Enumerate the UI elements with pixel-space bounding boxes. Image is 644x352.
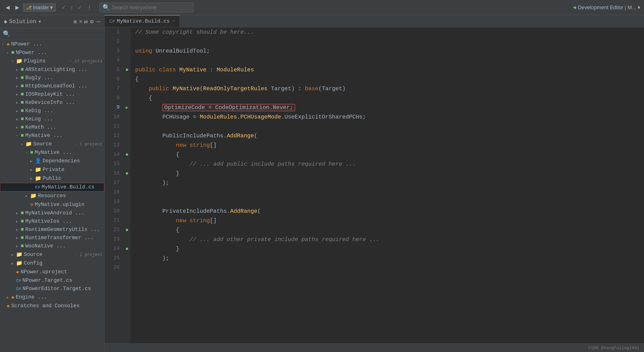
sidebar-item-kedeviceinfo[interactable]: ▶ ■ KeDeviceInfo ... (0, 98, 104, 107)
tree-arrow: ▶ (26, 194, 30, 198)
back-button[interactable]: ◀ (4, 4, 12, 12)
tab-close-button[interactable]: × (172, 19, 175, 24)
line-num-4: 4 (116, 56, 120, 65)
vcs-update-button[interactable]: ✓ (76, 4, 84, 12)
engine-icon: ◆ (11, 294, 14, 300)
gutter-5 (124, 65, 130, 74)
search-input[interactable] (112, 4, 187, 10)
tree-arrow: ▶ (16, 227, 21, 232)
branch-icon: ⎇ (26, 5, 32, 10)
vcs-check-button[interactable]: ✓ (60, 4, 68, 12)
project-icon: ■ (21, 124, 24, 130)
folder-icon: 📁 (16, 58, 22, 64)
folder-icon: 📁 (35, 166, 41, 173)
code-line-1: // Some copyright should be here... (135, 27, 639, 37)
gutter-6 (124, 74, 130, 84)
sidebar-tool-globe[interactable]: ⊕ (73, 19, 77, 24)
line-num-24: 24 (114, 244, 120, 254)
project-icon: ■ (21, 67, 24, 72)
sidebar-search-input[interactable] (12, 31, 102, 37)
sidebar-item-kemath[interactable]: ▶ ■ KeMath ... (0, 123, 104, 132)
line-num-18: 18 (114, 188, 120, 197)
code-token: AddRange (227, 133, 254, 139)
tree-arrow: ▶ (16, 219, 21, 224)
sidebar-item-source-1project[interactable]: ▾ 📁 Source · 1 project (0, 140, 104, 148)
code-token (135, 104, 162, 111)
sidebar-item-npower-solution[interactable]: ▾ ◆ NPower ... (0, 40, 104, 48)
line-num-14: 14 (114, 150, 120, 159)
line-numbers: 1 2 3 4 5 6 7 8 9 10 11 12 13 14 15 16 1… (104, 27, 124, 344)
dev-editor-button[interactable]: Development Editor | M... ▾ (578, 4, 640, 10)
tree-node-label: Engine ... (16, 294, 102, 300)
code-line-22: { (135, 225, 639, 235)
sidebar-item-npower-uproject[interactable]: ◆ NPower.uproject (0, 268, 104, 276)
code-line-12: PublicIncludePaths.AddRange( (135, 131, 639, 140)
tree-node-label: KeLog ... (25, 116, 102, 122)
tree-arrow: ▶ (16, 244, 21, 248)
code-content[interactable]: // Some copyright should be here... usin… (130, 27, 644, 344)
sidebar-item-bugly[interactable]: ▶ ■ Bugly ... (0, 74, 104, 82)
project-icon: ■ (21, 75, 24, 81)
solution-dropdown-icon[interactable]: ▾ (38, 18, 42, 25)
sidebar-item-scratches[interactable]: ◆ Scratches and Consoles (0, 302, 104, 310)
tab-mynative-build[interactable]: C# MyNative.Build.cs × (104, 15, 180, 27)
sidebar-search[interactable]: 🔍 (0, 28, 104, 40)
sidebar-item-mynativeandroid[interactable]: ▶ ■ MyNativeAndroid ... (0, 209, 104, 217)
sidebar-item-ar-static[interactable]: ▶ ■ ARStaticLighting ... (0, 66, 104, 74)
sidebar-item-public[interactable]: ▶ 📁 Public (0, 174, 104, 183)
forward-button[interactable]: ▶ (14, 4, 21, 12)
project-icon: ■ (21, 83, 24, 89)
sidebar-item-httpdownload[interactable]: ▶ ■ HttpDownLoadTool ... (0, 82, 104, 90)
sidebar-tool-minimize[interactable]: — (96, 19, 100, 24)
folder-icon: 📁 (30, 193, 36, 199)
sidebar-item-mynative-uplugin[interactable]: ⚙ MyNative.uplugin (0, 200, 104, 209)
code-token: ( (257, 208, 260, 214)
sidebar-item-resources[interactable]: ▶ 📁 Resources (0, 192, 104, 200)
cs-icon: C# (16, 286, 21, 291)
sidebar-item-mynative-build[interactable]: C# MyNative.Build.cs (0, 183, 104, 192)
branch-button[interactable]: ⎇ master ▾ (23, 3, 56, 12)
sidebar-item-plugins[interactable]: ▾ 📁 Plugins · 17 projects (0, 57, 104, 66)
tab-label: MyNative.Build.cs (117, 18, 170, 24)
tree-arrow: ▾ (16, 133, 21, 138)
sidebar-item-iosreplaykit[interactable]: ▶ ■ IOSReplayKit ... (0, 90, 104, 98)
dev-arrow-icon: ◀ (573, 4, 576, 10)
sidebar-item-runtime-transform[interactable]: ▶ ■ RuntimeTransformer ... (0, 234, 104, 242)
folder-icon: 📁 (26, 141, 32, 147)
line-num-26: 26 (114, 263, 120, 272)
tree-node-label: RuntimeTransformer ... (25, 235, 102, 241)
sidebar-item-mynative-project[interactable]: ▾ ■ MyNative ... (0, 132, 104, 140)
sidebar-item-mynative-sub[interactable]: ▾ ■ MyNative ... (0, 148, 104, 157)
code-token: .UseExplicitOrSharedPCHs; (281, 114, 366, 120)
sidebar-item-mynativeios[interactable]: ▶ ■ MyNativeIos ... (0, 217, 104, 226)
vcs-push-button[interactable]: ↑ (68, 4, 75, 12)
tree-node-label: NPower.uproject (20, 269, 102, 275)
sidebar-item-private[interactable]: ▶ 📁 Private (0, 166, 104, 174)
sidebar-item-runtime-geo[interactable]: ▶ ■ RuntimeGeometryUtils ... (0, 226, 104, 234)
sidebar-tool-list[interactable]: ≡ (79, 19, 82, 24)
line-num-22: 22 (114, 225, 120, 235)
sidebar-item-npower-project[interactable]: ▾ ■ NPower ... (0, 48, 104, 57)
vcs-more-button[interactable]: ⋮ (85, 4, 94, 12)
folder-icon: 📁 (16, 252, 22, 258)
sidebar-item-engine[interactable]: ▶ ◆ Engine ... (0, 293, 104, 302)
sidebar-item-npower-target[interactable]: C# NPower.Target.cs (0, 276, 104, 284)
code-line-25: ); (135, 254, 639, 263)
sidebar-tool-switch[interactable]: ⇄ (84, 19, 88, 24)
sidebar-item-dependencies[interactable]: ▶ 👤 Dependencies (0, 157, 104, 166)
sidebar-item-kedig[interactable]: ▶ ■ KeDig ... (0, 107, 104, 115)
tree-node-label: Config (24, 260, 102, 266)
search-bar[interactable]: 🔍 (100, 2, 194, 12)
solution-label: Solution (9, 18, 36, 25)
sidebar-item-source-top[interactable]: ▶ 📁 Source · 1 project (0, 250, 104, 259)
code-line-4 (135, 56, 639, 65)
sidebar-item-config[interactable]: ▶ 📁 Config (0, 259, 104, 268)
gutter-20 (124, 206, 130, 216)
tree-node-label: MyNative ... (35, 150, 102, 156)
sidebar-item-woonative[interactable]: ▶ ■ WooNative ... (0, 242, 104, 250)
sidebar-item-kelog[interactable]: ▶ ■ KeLog ... (0, 115, 104, 123)
sidebar-tool-settings[interactable]: ⚙ (90, 19, 94, 24)
sidebar-item-npowereditor-target[interactable]: C# NPowerEditor.Target.cs (0, 284, 104, 293)
uproject-icon: ◆ (16, 269, 19, 275)
tree-arrow: ▶ (6, 295, 11, 300)
